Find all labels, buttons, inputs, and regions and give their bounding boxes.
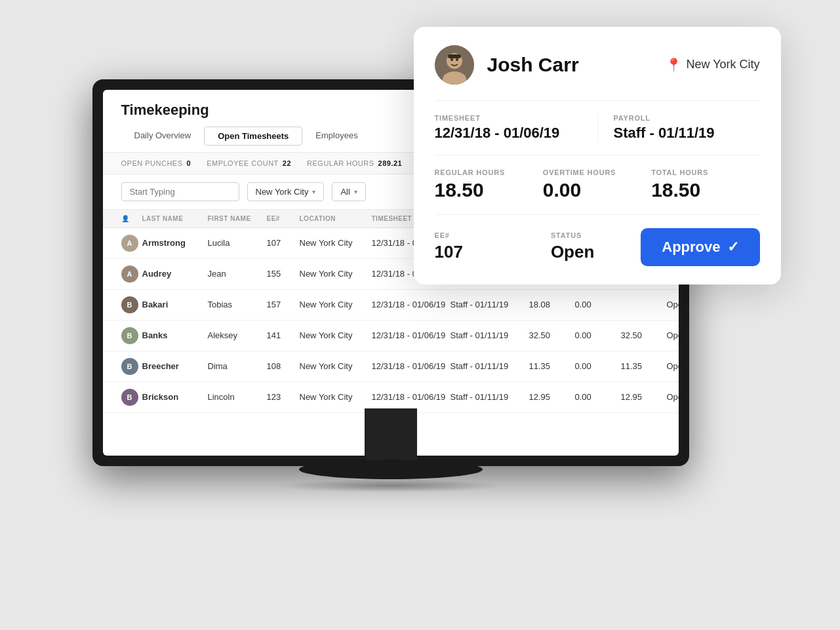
overtime-hours: 0.00: [575, 361, 621, 371]
tab-daily-overview[interactable]: Daily Overview: [121, 127, 205, 146]
svg-point-3: [450, 58, 453, 61]
timesheet-dates: 12/31/18 - 01/06/19: [372, 330, 450, 340]
first-name: Jean: [208, 269, 267, 279]
location: New York City: [300, 330, 372, 340]
total-hours: 12.95: [621, 392, 667, 402]
card-hours: REGULAR HOURS 18.50 OVERTIME HOURS 0.00 …: [435, 168, 760, 215]
avatar: A: [121, 235, 138, 252]
first-name: Lincoln: [208, 392, 267, 402]
first-name: Aleksey: [208, 330, 267, 340]
ee-number: 123: [267, 392, 300, 402]
overtime-hours: 0.00: [575, 330, 621, 340]
open-punches-value: 0: [187, 159, 191, 167]
total-hours-section: TOTAL HOURS 18.50: [651, 168, 759, 201]
regular-hours: 32.50: [529, 330, 575, 340]
stat-open-punches: OPEN PUNCHES 0: [121, 159, 191, 167]
table-row[interactable]: B Bakari Tobias 157 New York City 12/31/…: [103, 290, 679, 321]
regular-hours-section: REGULAR HOURS 18.50: [435, 168, 543, 201]
payroll-period: Staff - 01/11/19: [450, 361, 529, 371]
chevron-down-icon: ▾: [354, 188, 357, 195]
detail-card: Josh Carr 📍 New York City TIMESHEET 12/3…: [414, 27, 781, 285]
card-location-text: New York City: [686, 58, 759, 71]
payroll-label: PAYROLL: [614, 114, 744, 122]
chevron-down-icon: ▾: [312, 188, 315, 195]
timesheet-dates: 12/31/18 - 01/06/19: [372, 392, 450, 402]
first-name: Tobias: [208, 300, 267, 309]
status-section: STATUS Open: [551, 231, 641, 262]
overtime-hours: 0.00: [575, 300, 621, 309]
ee-number: 155: [267, 269, 300, 279]
monitor-stand-neck: [365, 408, 417, 461]
overtime-hours-section: OVERTIME HOURS 0.00: [543, 168, 651, 201]
location-pin-icon: 📍: [666, 57, 682, 73]
regular-hours: 12.95: [529, 392, 575, 402]
card-dates: TIMESHEET 12/31/18 - 01/06/19 PAYROLL St…: [435, 114, 760, 155]
status-filter-dropdown[interactable]: All ▾: [332, 182, 365, 201]
overtime-hours: 0.00: [575, 392, 621, 402]
location-filter-dropdown[interactable]: New York City ▾: [247, 182, 325, 201]
timesheet-section: TIMESHEET 12/31/18 - 01/06/19: [435, 114, 597, 142]
location: New York City: [300, 238, 372, 248]
total-hours: 11.35: [621, 361, 667, 371]
status-badge: Open: [667, 392, 679, 402]
location: New York City: [300, 392, 372, 402]
first-name: Lucila: [208, 238, 267, 248]
avatar: A: [121, 266, 138, 283]
card-header: Josh Carr 📍 New York City: [435, 45, 760, 101]
ee-number: 141: [267, 330, 300, 340]
location: New York City: [300, 361, 372, 371]
regular-hours: 11.35: [529, 361, 575, 371]
avatar: B: [121, 327, 138, 344]
status-badge: Open: [667, 330, 679, 340]
status-badge: Open: [667, 361, 679, 371]
payroll-period: Staff - 01/11/19: [450, 300, 529, 309]
checkmark-icon: ✓: [727, 239, 739, 256]
ee-number: 108: [267, 361, 300, 371]
card-location: 📍 New York City: [666, 57, 759, 73]
last-name: Bakari: [142, 300, 208, 309]
table-row[interactable]: B Breecher Dima 108 New York City 12/31/…: [103, 351, 679, 382]
tab-open-timesheets[interactable]: Open Timesheets: [204, 127, 302, 146]
avatar: B: [121, 389, 138, 406]
regular-hours-label: REGULAR HOURS: [435, 168, 530, 176]
last-name: Banks: [142, 330, 208, 340]
payroll-period: Staff - 01/11/19: [450, 392, 529, 402]
overtime-hours-label: OVERTIME HOURS: [543, 168, 638, 176]
last-name: Armstrong: [142, 238, 208, 248]
payroll-section: PAYROLL Staff - 01/11/19: [597, 114, 760, 142]
total-hours-value: 18.50: [651, 179, 746, 201]
last-name: Brickson: [142, 392, 208, 402]
ee-number: 157: [267, 300, 300, 309]
first-name: Dima: [208, 361, 267, 371]
svg-rect-5: [448, 54, 461, 58]
monitor-stand-base: [299, 460, 483, 479]
payroll-value: Staff - 01/11/19: [614, 125, 744, 142]
svg-point-4: [456, 58, 458, 61]
avatar: B: [121, 358, 138, 375]
avatar: B: [121, 296, 138, 313]
overtime-hours-value: 0.00: [543, 179, 638, 201]
timesheet-value: 12/31/18 - 01/06/19: [435, 125, 582, 142]
ee-label: EE#: [435, 231, 525, 239]
status-badge: Open: [667, 300, 679, 309]
tab-employees[interactable]: Employees: [302, 127, 370, 146]
last-name: Audrey: [142, 269, 208, 279]
payroll-period: Staff - 01/11/19: [450, 330, 529, 340]
monitor-stand-shadow: [279, 479, 502, 492]
search-input[interactable]: [121, 182, 239, 201]
status-label: STATUS: [551, 231, 641, 239]
stat-regular-hours: REGULAR HOURS 289.21: [307, 159, 402, 167]
ee-number: 107: [267, 238, 300, 248]
timesheet-dates: 12/31/18 - 01/06/19: [372, 300, 450, 309]
status-value: Open: [551, 242, 641, 262]
table-row[interactable]: B Banks Aleksey 141 New York City 12/31/…: [103, 321, 679, 351]
approve-button-large[interactable]: Approve ✓: [641, 228, 759, 266]
ee-value: 107: [435, 242, 525, 262]
regular-hours: 18.08: [529, 300, 575, 309]
avatar: [435, 45, 474, 85]
card-person-name: Josh Carr: [487, 54, 653, 76]
card-status: EE# 107 STATUS Open Approve ✓: [435, 228, 760, 266]
last-name: Breecher: [142, 361, 208, 371]
stat-employee-count: EMPLOYEE COUNT 22: [207, 159, 291, 167]
ee-section: EE# 107: [435, 231, 525, 262]
